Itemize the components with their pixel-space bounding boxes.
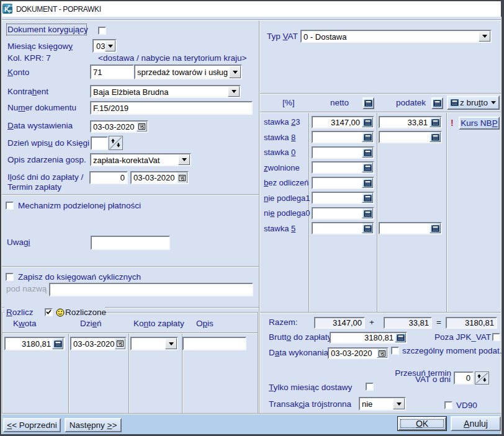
svg-text:P: P [9,9,12,14]
